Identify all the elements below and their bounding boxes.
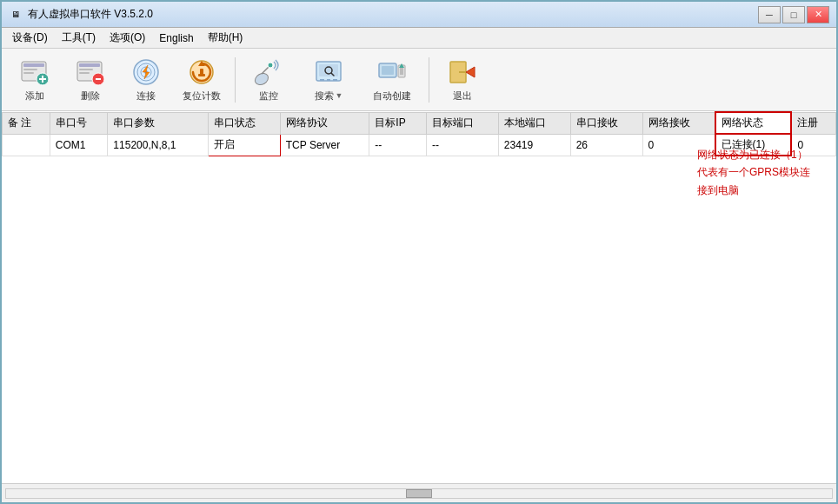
exit-icon [447, 56, 478, 88]
annotation-line3: 接到电脑 [697, 182, 810, 199]
port-table: 备 注 串口号 串口参数 串口状态 网络协议 目标IP 目标端口 本地端口 串口… [2, 111, 836, 156]
col-reg: 注册 [791, 112, 835, 134]
add-label: 添加 [25, 90, 44, 103]
search-icon [313, 56, 344, 88]
col-port: 串口号 [50, 112, 108, 134]
main-window: 🖥 有人虚拟串口软件 V3.5.2.0 ─ □ ✕ 设备(D) 工具(T) 选项… [0, 0, 838, 504]
reset-icon [186, 56, 217, 88]
svg-rect-10 [79, 72, 90, 74]
connect-button[interactable]: 连接 [120, 54, 172, 106]
menu-help[interactable]: 帮助(H) [201, 29, 250, 47]
menu-device[interactable]: 设备(D) [5, 29, 55, 47]
reset-button[interactable]: 复位计数 [176, 54, 228, 106]
svg-rect-8 [79, 63, 100, 67]
svg-rect-21 [198, 74, 205, 76]
minimize-button[interactable]: ─ [758, 6, 781, 23]
autocreate-button[interactable]: 自动创建 [362, 54, 422, 106]
cell-params: 115200,N,8,1 [108, 134, 209, 156]
col-local-port: 本地端口 [498, 112, 570, 134]
maximize-button[interactable]: □ [782, 6, 805, 23]
delete-icon [75, 56, 106, 88]
cell-local-port: 23419 [498, 134, 570, 156]
delete-button[interactable]: 删除 [64, 54, 116, 106]
table-row[interactable]: COM1 115200,N,8,1 开启 TCP Server -- -- 23… [3, 134, 836, 156]
window-controls: ─ □ ✕ [758, 6, 829, 23]
col-target-port: 目标端口 [426, 112, 498, 134]
svg-point-24 [268, 63, 273, 68]
window-title: 有人虚拟串口软件 V3.5.2.0 [28, 7, 758, 22]
col-protocol: 网络协议 [280, 112, 369, 134]
reset-label: 复位计数 [183, 90, 221, 103]
toolbar-separator-2 [429, 57, 429, 103]
svg-rect-33 [382, 66, 394, 75]
cell-note [3, 134, 50, 156]
col-target-ip: 目标IP [369, 112, 427, 134]
monitor-button[interactable]: 监控 [243, 54, 295, 106]
cell-port: COM1 [50, 134, 108, 156]
add-icon [19, 56, 50, 88]
table-container: 备 注 串口号 串口参数 串口状态 网络协议 目标IP 目标端口 本地端口 串口… [2, 111, 836, 156]
menu-english[interactable]: English [152, 30, 200, 46]
cell-reg: 0 [791, 134, 835, 156]
connect-icon [130, 56, 162, 88]
autocreate-label: 自动创建 [373, 90, 411, 103]
svg-rect-1 [23, 63, 44, 67]
cell-target-port: -- [426, 134, 498, 156]
menu-tools[interactable]: 工具(T) [55, 29, 103, 47]
col-net-status: 网络状态 [715, 112, 792, 134]
content-area: 备 注 串口号 串口参数 串口状态 网络协议 目标IP 目标端口 本地端口 串口… [2, 111, 836, 483]
delete-label: 删除 [81, 90, 100, 103]
cell-net-status: 已连接(1) [715, 134, 792, 156]
col-note: 备 注 [3, 112, 50, 134]
search-label: 搜索 [315, 90, 334, 103]
col-net-recv: 网络接收 [642, 112, 715, 134]
svg-marker-38 [466, 67, 475, 77]
autocreate-icon [376, 56, 408, 88]
monitor-label: 监控 [259, 90, 278, 103]
col-serial-recv: 串口接收 [570, 112, 642, 134]
horizontal-scrollbar[interactable] [5, 488, 833, 499]
menu-options[interactable]: 选项(O) [103, 29, 152, 47]
cell-protocol: TCP Server [280, 134, 369, 156]
toolbar-separator-1 [235, 57, 236, 103]
col-status: 串口状态 [208, 112, 280, 134]
search-dropdown-arrow: ▼ [336, 91, 343, 100]
svg-rect-35 [400, 68, 403, 75]
add-button[interactable]: 添加 [9, 54, 61, 106]
close-button[interactable]: ✕ [807, 6, 829, 23]
toolbar: 添加 删除 [2, 49, 836, 111]
exit-label: 退出 [453, 90, 472, 103]
scroll-thumb[interactable] [406, 489, 432, 498]
app-icon: 🖥 [9, 8, 23, 22]
search-button[interactable]: 搜索 ▼ [298, 54, 359, 106]
svg-rect-26 [319, 64, 338, 76]
svg-rect-9 [79, 69, 93, 70]
cell-target-ip: -- [369, 134, 427, 156]
table-header-row: 备 注 串口号 串口参数 串口状态 网络协议 目标IP 目标端口 本地端口 串口… [3, 112, 836, 134]
cell-net-recv: 0 [642, 134, 715, 156]
statusbar [2, 483, 836, 502]
menubar: 设备(D) 工具(T) 选项(O) English 帮助(H) [2, 28, 836, 49]
cell-status: 开启 [208, 134, 280, 156]
exit-button[interactable]: 退出 [436, 54, 489, 106]
titlebar: 🖥 有人虚拟串口软件 V3.5.2.0 ─ □ ✕ [2, 2, 836, 28]
svg-rect-3 [23, 72, 34, 74]
col-params: 串口参数 [108, 112, 209, 134]
cell-serial-recv: 26 [570, 134, 642, 156]
connect-label: 连接 [136, 90, 156, 103]
svg-rect-2 [23, 69, 37, 70]
monitor-icon [253, 56, 284, 88]
annotation-line2: 代表有一个GPRS模块连 [697, 163, 810, 181]
